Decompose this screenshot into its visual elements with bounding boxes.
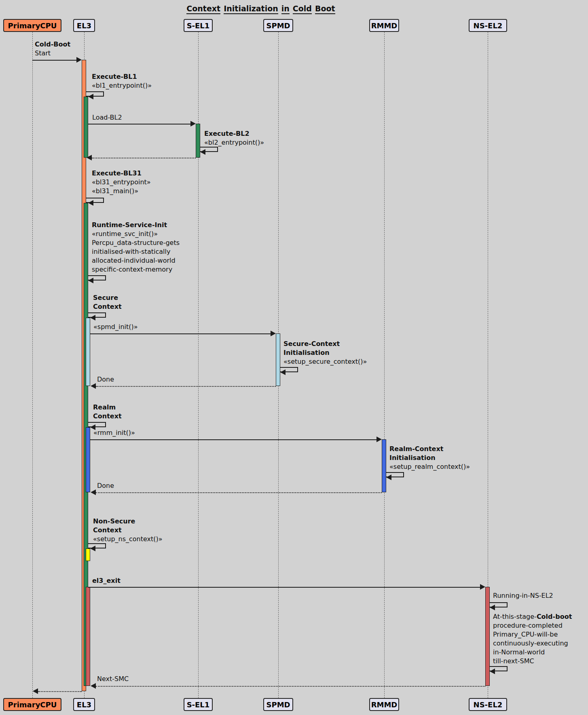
msg-runtime-svc-desc4: specific-context-memory — [92, 266, 172, 274]
msg-load-bl2-label: Load-BL2 — [92, 114, 122, 122]
msg-realm-init-stereotype: «setup_realm_context()» — [389, 463, 470, 471]
activation-el3-realm-context — [86, 427, 90, 492]
lifeline-primarycpu — [32, 32, 33, 698]
msg-runtime-svc-desc1: Percpu_data-structure-gets — [92, 239, 180, 247]
msg-secure-init-stereotype: «setup_secure_context()» — [283, 358, 367, 366]
msg-execute-bl1-stereotype: «bl1_entrypoint()» — [92, 82, 152, 90]
title-word: in — [281, 4, 290, 14]
title-word: Context — [186, 4, 220, 14]
arrowhead-right-icon — [271, 331, 276, 336]
arrowhead-left-icon — [91, 489, 96, 495]
msg-rmm-init-label: «rmm_init()» — [93, 429, 135, 437]
arrowhead-left-icon — [386, 475, 391, 480]
lifeline-rmmd — [384, 32, 385, 698]
participant-ns-el2-top: NS-EL2 — [469, 19, 507, 32]
msg-runtime-svc-desc3: allocated-individual-world — [92, 257, 176, 265]
participant-label: NS-EL2 — [474, 700, 503, 709]
participant-spmd-top: SPMD — [263, 19, 293, 32]
msg-cold-boot-complete-line2: procedure-completed — [493, 622, 563, 630]
arrowhead-right-icon — [480, 584, 485, 590]
arrowhead-left-icon — [90, 315, 95, 321]
msg-done-realm-label: Done — [97, 482, 114, 490]
activation-el3-ns-context — [86, 548, 90, 561]
msg-runtime-svc-desc2: initialised-with-statically — [92, 248, 170, 256]
activation-rmmd — [382, 439, 386, 492]
participant-label: NS-EL2 — [474, 21, 503, 30]
participant-label: RMMD — [371, 700, 398, 709]
msg-execute-bl1-title: Execute-BL1 — [92, 73, 137, 81]
arrowhead-left-icon — [490, 605, 495, 610]
participant-s-el1-bottom: S-EL1 — [184, 698, 213, 711]
msg-rmm-init-arrow — [90, 439, 376, 440]
msg-cold-boot-complete-line4: continuously-executing — [493, 639, 568, 648]
participant-rmmd-top: RMMD — [369, 19, 399, 32]
msg-realm-context-title1: Realm — [93, 403, 116, 411]
participant-label: S-EL1 — [187, 700, 210, 709]
participant-spmd-bottom: SPMD — [263, 698, 293, 711]
msg-cold-boot-line2: Start — [35, 49, 51, 57]
arrowhead-right-icon — [76, 57, 82, 63]
msg-el3-exit-label: el3_exit — [92, 577, 121, 585]
participant-el3-top: EL3 — [73, 19, 95, 32]
msg-done-secure-label: Done — [97, 375, 114, 384]
arrowhead-right-icon — [190, 121, 196, 127]
msg-execute-bl2-title: Execute-BL2 — [204, 130, 250, 138]
msg-realm-context-title2: Context — [93, 412, 122, 420]
arrowhead-left-icon — [91, 383, 96, 389]
msg-ns-context-title2: Context — [93, 526, 122, 534]
msg-next-smc-arrow — [96, 686, 485, 687]
arrowhead-left-icon — [88, 278, 93, 283]
activation-el3-secure-context — [86, 318, 90, 386]
participant-label: S-EL1 — [187, 21, 210, 30]
msg-execute-bl2-stereotype: «bl2_entrypoint()» — [204, 139, 264, 147]
activation-el3-exit — [86, 587, 90, 686]
sequence-diagram: ContextInitializationinColdBoot PrimaryC… — [0, 0, 588, 715]
msg-runtime-svc-title: Runtime-Service-Init — [92, 221, 167, 229]
title-word: Boot — [315, 4, 335, 14]
arrowhead-left-icon — [33, 688, 38, 694]
msg-bl2-return-arrow — [92, 158, 196, 158]
msg-realm-init-title2: Initialisation — [389, 454, 436, 462]
msg-spmd-init-arrow — [90, 333, 271, 334]
arrowhead-left-icon — [88, 94, 93, 99]
participant-label: PrimaryCPU — [8, 700, 57, 709]
msg-cold-boot-complete-line6: till-next-SMC — [493, 657, 534, 665]
msg-cold-boot-complete-line1: At-this-stage-Cold-boot — [493, 613, 572, 621]
participant-label: RMMD — [371, 21, 398, 30]
arrowhead-left-icon — [200, 149, 205, 155]
arrowhead-left-icon — [280, 369, 286, 375]
msg-ns-context-title1: Non-Secure — [93, 517, 135, 525]
msg-next-smc-label: Next-SMC — [97, 675, 129, 683]
msg-runtime-svc-stereotype: «runtime_svc_init()» — [92, 230, 158, 238]
msg-execute-bl31-stereotype2: «bl31_main()» — [92, 187, 138, 195]
arrowhead-left-icon — [91, 683, 96, 689]
participant-s-el1-top: S-EL1 — [184, 19, 213, 32]
activation-spmd — [276, 333, 280, 386]
msg-secure-context-title1: Secure — [93, 294, 118, 302]
participant-primarycpu-bottom: PrimaryCPU — [3, 698, 61, 711]
msg-realm-init-title1: Realm-Context — [389, 445, 443, 453]
msg-ns-context-stereotype: «setup_ns_context()» — [93, 535, 163, 543]
arrowhead-left-icon — [90, 546, 95, 551]
title-word: Cold — [293, 4, 312, 14]
msg-secure-init-title2: Initialisation — [283, 349, 330, 357]
participant-label: PrimaryCPU — [8, 21, 57, 30]
msg-cold-boot-arrow — [32, 60, 77, 61]
activation-s-el1-bl2 — [196, 124, 200, 158]
msg-load-bl2-arrow — [88, 124, 190, 124]
title-word: Initialization — [224, 4, 278, 14]
msg-secure-context-title2: Context — [93, 303, 122, 311]
cold-boot-complete-prefix: At-this-stage- — [493, 613, 537, 620]
activation-ns-el2 — [485, 587, 490, 686]
msg-secure-init-title1: Secure-Context — [283, 340, 340, 348]
msg-cold-boot-complete-line3: Primary_CPU-will-be — [493, 631, 558, 639]
msg-execute-bl31-stereotype1: «bl31_entrypoint» — [92, 178, 151, 186]
participant-label: EL3 — [77, 700, 91, 709]
activation-el3-bl1 — [84, 97, 88, 158]
msg-el3-exit-arrow — [88, 587, 480, 588]
msg-execute-bl31-title: Execute-BL31 — [92, 169, 142, 177]
arrowhead-left-icon — [88, 200, 93, 206]
arrowhead-left-icon — [87, 155, 92, 160]
diagram-title: ContextInitializationinColdBoot — [0, 4, 522, 14]
msg-final-return-arrow — [38, 691, 82, 692]
